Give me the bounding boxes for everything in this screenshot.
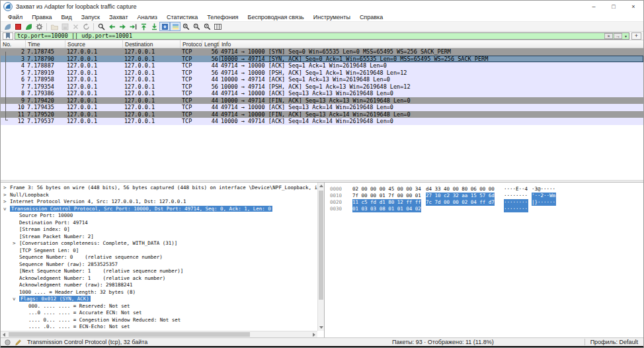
capture-options-button[interactable] — [34, 22, 44, 31]
display-filter-input[interactable]: tcp.port==10000 || udp.port==10001 × → ▾ — [15, 32, 629, 40]
packet-row[interactable]: 5 7.178919 127.0.0.1 127.0.0.1 TCP 56 49… — [1, 69, 643, 77]
auto-scroll-toggle[interactable] — [159, 22, 170, 31]
detail-line[interactable]: [Stream Packet Number: 2] — [1, 234, 317, 241]
maximize-button[interactable]: □ — [604, 1, 624, 13]
menu-item[interactable]: Статистика — [162, 14, 202, 21]
resize-columns-button[interactable] — [212, 22, 223, 31]
column-header[interactable]: Info — [220, 40, 643, 48]
column-header[interactable]: No. — [1, 40, 26, 48]
menu-item[interactable]: Анализ — [133, 14, 162, 21]
previous-packet-button[interactable] — [106, 22, 117, 31]
ascii-bytes[interactable]: ····E··4 — [504, 186, 528, 193]
details-horizontal-scrollbar[interactable] — [1, 331, 317, 337]
filter-apply-button[interactable]: → — [614, 33, 622, 39]
ascii-bytes[interactable]: ·3@····· — [532, 186, 556, 193]
detail-line[interactable]: Sequence Number: 0 (relative sequence nu… — [1, 254, 317, 261]
hex-bytes[interactable]: 7c 7d 00 00 02 04 ff d7 — [426, 199, 495, 206]
packet-row[interactable]: 11 7.179520 127.0.0.1 127.0.0.1 TCP 44 4… — [1, 111, 643, 118]
zoom-out-button[interactable] — [191, 22, 202, 31]
hex-bytes[interactable]: 11 c5 fd d1 80 12 ff ff — [352, 199, 421, 206]
next-packet-button[interactable] — [117, 22, 128, 31]
menu-item[interactable]: Захват — [104, 14, 133, 21]
scroll-left-arrow-icon[interactable] — [1, 331, 7, 337]
close-file-button[interactable] — [70, 22, 81, 31]
detail-line[interactable]: >[Conversation completeness: Complete, W… — [1, 240, 317, 247]
expander-icon[interactable]: > — [3, 185, 10, 192]
detail-line[interactable]: ...0 .... .... = Accurate ECN: Not set — [1, 310, 317, 317]
packet-row[interactable]: 2 7.178745 127.0.0.1 127.0.0.1 TCP 56 49… — [1, 48, 643, 56]
hex-bytes[interactable]: 02 00 00 00 45 00 00 34 — [352, 186, 421, 193]
menu-item[interactable]: Запуск — [77, 14, 104, 21]
last-packet-button[interactable] — [149, 22, 159, 31]
menu-item[interactable]: Беспроводная связь — [243, 14, 308, 21]
detail-line[interactable]: Source Port: 10000 — [1, 212, 317, 220]
packet-row[interactable]: 9 7.179420 127.0.0.1 127.0.0.1 TCP 44 10… — [1, 97, 643, 105]
filter-text[interactable]: tcp.port==10000 || udp.port==10001 — [15, 32, 604, 39]
packet-row[interactable]: 7 7.179354 127.0.0.1 127.0.0.1 TCP 56 10… — [1, 83, 643, 91]
detail-line[interactable]: vTransmission Control Protocol, Src Port… — [1, 206, 317, 213]
column-header[interactable]: Time — [26, 40, 65, 48]
ascii-bytes[interactable]: ········ — [504, 199, 528, 206]
scroll-up-arrow-icon[interactable] — [318, 183, 324, 189]
zoom-in-button[interactable] — [181, 22, 191, 31]
goto-packet-button[interactable] — [128, 22, 138, 31]
packet-row[interactable]: 12 7.179537 127.0.0.1 127.0.0.1 TCP 44 1… — [1, 118, 643, 125]
detail-line[interactable]: .... .0.. .... = ECN-Echo: Not set — [1, 324, 317, 331]
filter-clear-button[interactable]: × — [604, 33, 613, 39]
scroll-right-arrow-icon[interactable] — [311, 331, 317, 337]
packet-row[interactable]: 3 7.178790 127.0.0.1 127.0.0.1 TCP 56 10… — [1, 56, 643, 63]
packet-row[interactable]: 6 7.178958 127.0.0.1 127.0.0.1 TCP 44 10… — [1, 76, 643, 83]
detail-line[interactable]: Acknowledgment Number: 1 (relative ack n… — [1, 275, 317, 283]
packet-row[interactable]: 4 7.178887 127.0.0.1 127.0.0.1 TCP 44 49… — [1, 62, 643, 69]
hex-bytes[interactable]: d4 33 40 00 80 06 00 00 — [426, 186, 495, 193]
menu-item[interactable]: Справка — [355, 14, 387, 21]
menu-item[interactable]: Правка — [27, 14, 56, 21]
detail-line[interactable]: >Frame 3: 56 bytes on wire (448 bits), 5… — [1, 185, 317, 192]
expander-icon[interactable]: v — [13, 296, 19, 303]
ascii-bytes[interactable]: |}······ — [532, 199, 556, 206]
expert-info-icon[interactable] — [3, 339, 11, 346]
menu-item[interactable]: Файл — [3, 14, 27, 21]
packet-row[interactable]: 8 7.179386 127.0.0.1 127.0.0.1 TCP 44 49… — [1, 90, 643, 97]
first-packet-button[interactable] — [138, 22, 149, 31]
detail-line[interactable]: >Null/Loopback — [1, 192, 317, 199]
stop-capture-button[interactable] — [13, 22, 23, 31]
start-capture-button[interactable] — [2, 22, 13, 31]
restart-capture-button[interactable] — [23, 22, 34, 31]
scrollbar-thumb[interactable] — [9, 332, 250, 337]
close-button[interactable]: × — [624, 1, 643, 13]
ascii-bytes[interactable]: ········ — [504, 206, 528, 212]
expander-icon[interactable]: > — [13, 240, 19, 247]
hex-bytes[interactable]: 27 10 c2 32 aa 15 57 6d — [426, 193, 495, 199]
ascii-bytes[interactable]: ········ — [504, 193, 528, 199]
zoom-reset-button[interactable] — [202, 22, 212, 31]
column-header[interactable]: Source — [65, 40, 123, 48]
expander-icon[interactable]: v — [3, 206, 10, 213]
detail-line[interactable]: .... 0... .... = Congestion Window Reduc… — [1, 317, 317, 324]
menu-item[interactable]: Инструменты — [309, 14, 355, 21]
scroll-down-arrow-icon[interactable] — [318, 324, 324, 331]
minimize-button[interactable]: – — [584, 1, 604, 13]
find-packet-button[interactable] — [96, 22, 106, 31]
reload-file-button[interactable] — [81, 22, 91, 31]
packet-row[interactable]: 10 7.179435 127.0.0.1 127.0.0.1 TCP 44 4… — [1, 104, 643, 111]
scrollbar-thumb[interactable] — [319, 191, 323, 300]
details-vertical-scrollbar[interactable] — [317, 183, 324, 331]
open-file-button[interactable] — [49, 22, 60, 31]
column-header[interactable]: Destination — [123, 40, 181, 48]
hex-bytes[interactable]: 7f 00 00 01 7f 00 00 01 — [352, 193, 421, 199]
detail-line[interactable]: [Stream index: 0] — [1, 226, 317, 234]
detail-line[interactable]: Destination Port: 49714 — [1, 220, 317, 227]
detail-line[interactable]: 1000 .... = Header Length: 32 bytes (8) — [1, 289, 317, 296]
filter-bookmark-button[interactable] — [3, 32, 13, 40]
hex-bytes[interactable]: 01 03 03 08 01 01 04 02 — [352, 206, 421, 212]
detail-line[interactable]: Acknowledgment number (raw): 298188241 — [1, 282, 317, 289]
column-header[interactable]: Length — [202, 40, 220, 48]
detail-line[interactable]: [Next Sequence Number: 1 (relative seque… — [1, 268, 317, 275]
detail-line[interactable]: Sequence Number (raw): 2853525357 — [1, 261, 317, 269]
filter-add-button[interactable]: + — [631, 32, 641, 40]
detail-line[interactable]: vFlags: 0x012 (SYN, ACK) — [1, 296, 317, 303]
menu-item[interactable]: Телефония — [202, 14, 243, 21]
capture-comment-pencil-icon[interactable] — [14, 339, 22, 346]
filter-dropdown-caret-icon[interactable]: ▾ — [623, 34, 629, 38]
